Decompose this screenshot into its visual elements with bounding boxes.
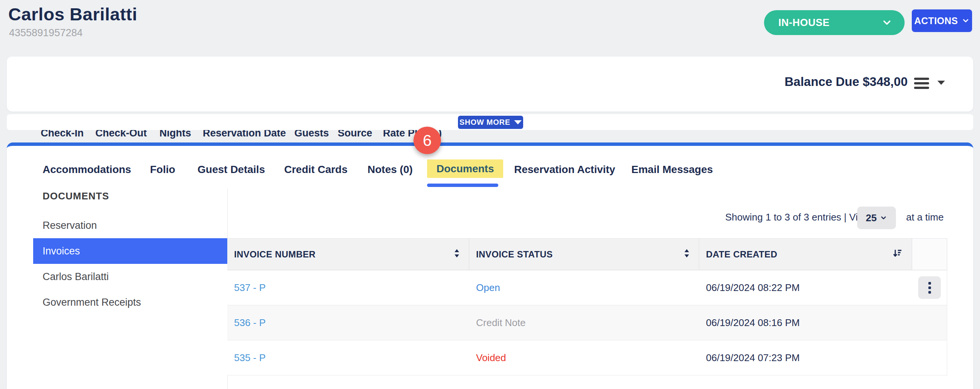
tab-folio[interactable]: Folio xyxy=(150,164,175,175)
status-label: IN-HOUSE xyxy=(778,17,830,29)
row-actions-cell xyxy=(912,340,947,375)
caret-down-icon[interactable] xyxy=(937,81,945,85)
tab-credit-cards[interactable]: Credit Cards xyxy=(284,164,347,175)
tab-notes[interactable]: Notes (0) xyxy=(368,164,413,175)
tab-reservation-activity[interactable]: Reservation Activity xyxy=(514,164,615,175)
page-size-select[interactable]: 25 xyxy=(857,207,896,229)
sidebar-item-reservation[interactable]: Reservation xyxy=(33,213,227,238)
chevron-down-icon xyxy=(961,17,970,25)
row-actions-cell xyxy=(912,270,947,305)
date-created-cell: 06/19/2024 08:22 PM xyxy=(699,270,912,305)
date-created-cell: 06/19/2024 08:16 PM xyxy=(699,305,912,340)
column-label: INVOICE STATUS xyxy=(476,249,552,260)
chevron-down-icon xyxy=(880,214,887,222)
tab-documents-active[interactable]: Documents xyxy=(427,159,503,178)
menu-icon[interactable] xyxy=(914,76,931,91)
row-actions-cell xyxy=(912,305,947,340)
sort-icon[interactable] xyxy=(454,249,460,260)
column-header-date-created[interactable]: DATE CREATED xyxy=(699,238,912,270)
invoice-status-cell: Credit Note xyxy=(469,305,699,340)
column-header-invoice-number[interactable]: INVOICE NUMBER xyxy=(227,238,469,270)
chevron-down-icon xyxy=(881,17,892,28)
sort-descending-icon[interactable] xyxy=(892,248,903,261)
reservation-number: 4355891957284 xyxy=(9,27,83,39)
tab-guest-details[interactable]: Guest Details xyxy=(197,164,265,175)
sidebar-item-carlos-barilatti[interactable]: Carlos Barilatti xyxy=(33,264,227,290)
invoice-number-link[interactable]: 535 - P xyxy=(227,340,469,375)
annotation-badge: 6 xyxy=(414,127,441,154)
column-header-invoice-status[interactable]: INVOICE STATUS xyxy=(469,238,699,270)
documents-sidebar: Reservation Invoices Carlos Barilatti Go… xyxy=(33,213,227,315)
invoices-table: INVOICE NUMBER INVOICE STATUS DATE CREAT… xyxy=(227,238,947,375)
sidebar-heading: DOCUMENTS xyxy=(43,190,109,202)
sidebar-item-invoices[interactable]: Invoices xyxy=(33,238,227,264)
actions-button[interactable]: ACTIONS xyxy=(912,10,972,32)
show-more-label: SHOW MORE xyxy=(460,118,511,127)
invoice-number-link[interactable]: 537 - P xyxy=(227,270,469,305)
triangle-down-icon xyxy=(514,120,522,124)
column-label: DATE CREATED xyxy=(706,249,777,260)
balance-due: Balance Due $348,00 xyxy=(784,75,908,89)
sidebar-item-government-receipts[interactable]: Government Receipts xyxy=(33,290,227,315)
guest-name: Carlos Barilatti xyxy=(8,4,137,24)
date-created-cell: 06/19/2024 07:23 PM xyxy=(699,340,912,375)
show-more-button[interactable]: SHOW MORE xyxy=(458,116,523,129)
at-a-time-text: at a time xyxy=(906,212,944,223)
active-tab-underline xyxy=(427,183,498,187)
page-size-value: 25 xyxy=(866,212,877,224)
sort-icon[interactable] xyxy=(684,249,690,260)
kebab-menu-icon[interactable] xyxy=(918,276,941,299)
status-dropdown[interactable]: IN-HOUSE xyxy=(764,10,905,35)
column-label: INVOICE NUMBER xyxy=(234,249,315,260)
tab-accommodations[interactable]: Accommodations xyxy=(43,164,131,175)
invoice-status-cell: Voided xyxy=(469,340,699,375)
invoice-status-cell: Open xyxy=(469,270,699,305)
column-header-actions xyxy=(912,238,947,270)
invoice-number-link[interactable]: 536 - P xyxy=(227,305,469,340)
tab-email-messages[interactable]: Email Messages xyxy=(632,164,713,175)
actions-label: ACTIONS xyxy=(915,16,958,26)
showing-entries-text: Showing 1 to 3 of 3 entries | View xyxy=(725,212,870,223)
